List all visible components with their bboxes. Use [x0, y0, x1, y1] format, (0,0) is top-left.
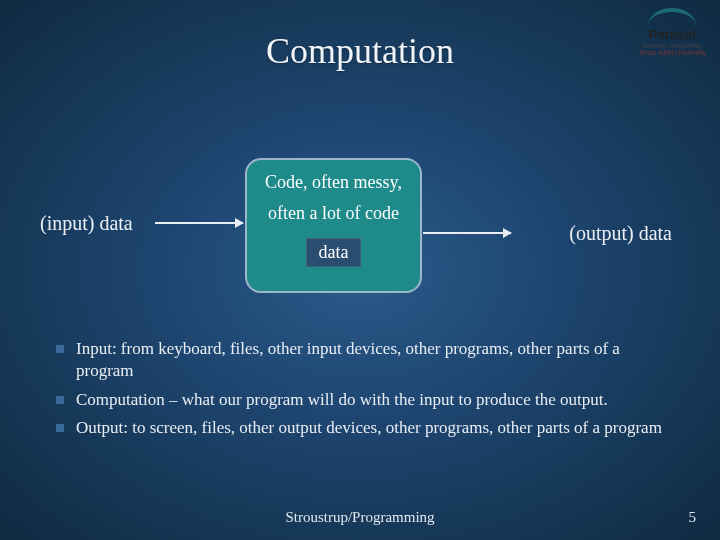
logo-arc-icon [648, 8, 696, 26]
arrow-right-icon [155, 222, 243, 224]
code-box-line1: Code, often messy, [259, 172, 408, 193]
slide: Parasol Smarter computing. Texas A&M Uni… [0, 0, 720, 540]
list-item: Output: to screen, files, other output d… [50, 417, 680, 439]
arrow-right-icon [423, 232, 511, 234]
bullet-list: Input: from keyboard, files, other input… [50, 338, 680, 446]
logo-tagline: Smarter computing. [638, 42, 706, 49]
code-box-line2: often a lot of code [259, 203, 408, 224]
input-label: (input) data [40, 212, 133, 235]
logo-university: Texas A&M University [638, 49, 706, 56]
parasol-logo: Parasol Smarter computing. Texas A&M Uni… [638, 8, 706, 56]
computation-diagram: (input) data Code, often messy, often a … [0, 150, 720, 310]
page-number: 5 [689, 509, 697, 526]
data-badge: data [306, 238, 362, 267]
code-box: Code, often messy, often a lot of code d… [245, 158, 422, 293]
list-item: Computation – what our program will do w… [50, 389, 680, 411]
logo-brand: Parasol [638, 27, 706, 42]
footer-text: Stroustrup/Programming [0, 509, 720, 526]
list-item: Input: from keyboard, files, other input… [50, 338, 680, 383]
slide-title: Computation [0, 0, 720, 72]
output-label: (output) data [569, 222, 672, 245]
